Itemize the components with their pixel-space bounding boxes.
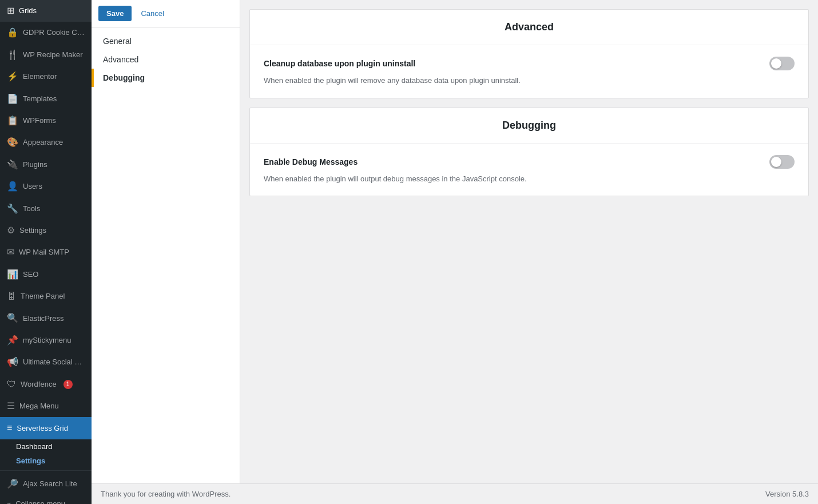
sidebar-item-label: WP Recipe Maker — [23, 50, 83, 60]
settings-icon: ⚙ — [7, 224, 15, 237]
sidebar-item-label: Templates — [23, 94, 57, 104]
templates-icon: 📄 — [7, 93, 18, 105]
sidebar-item-seo[interactable]: 📊 SEO — [0, 264, 92, 285]
cleanup-db-slider — [769, 57, 795, 70]
collapse-menu-button[interactable]: « Collapse menu — [0, 495, 92, 504]
nav-item-advanced[interactable]: Advanced — [92, 50, 240, 69]
sidebar-item-wp-recipe-maker[interactable]: 🍴 WP Recipe Maker — [0, 44, 92, 66]
sidebar-item-wp-mail-smtp[interactable]: ✉ WP Mail SMTP — [0, 241, 92, 263]
sidebar-item-ajax-search[interactable]: 🔎 Ajax Search Lite — [0, 473, 92, 495]
enable-debug-header: Enable Debug Messages — [264, 155, 795, 169]
appearance-icon: 🎨 — [7, 136, 18, 149]
elasticpress-icon: 🔍 — [7, 312, 18, 324]
sidebar-item-label: Settings — [19, 225, 46, 236]
sidebar-item-settings[interactable]: ⚙ Settings — [0, 220, 92, 241]
sidebar-item-label: Ultimate Social Media Icons — [23, 357, 85, 367]
sidebar-item-dashboard[interactable]: Dashboard — [0, 439, 92, 454]
sidebar-item-elasticpress[interactable]: 🔍 ElasticPress — [0, 307, 92, 329]
sidebar-item-serverless-grid[interactable]: ≡ Serverless Grid — [0, 417, 92, 439]
wpforms-icon: 📋 — [7, 114, 18, 127]
sidebar-item-wordfence[interactable]: 🛡 Wordfence 1 — [0, 374, 92, 395]
sidebar: ⊞ Grids 🔒 GDPR Cookie Consent 🍴 WP Recip… — [0, 0, 92, 504]
sidebar-divider — [0, 470, 92, 471]
sub-sidebar: Save Cancel General Advanced Debugging — [92, 0, 240, 483]
main-with-footer: Save Cancel General Advanced Debugging A… — [92, 0, 818, 504]
content-area: Advanced Cleanup database upon plugin un… — [240, 0, 818, 483]
sidebar-item-label: Grids — [19, 6, 37, 16]
sidebar-item-mega-menu[interactable]: ☰ Mega Menu — [0, 395, 92, 417]
sidebar-item-label: ElasticPress — [23, 313, 64, 324]
wordfence-icon: 🛡 — [7, 378, 16, 391]
collapse-icon: « — [7, 499, 11, 504]
footer: Thank you for creating with WordPress. V… — [92, 483, 818, 504]
wordfence-badge: 1 — [63, 380, 73, 389]
sidebar-item-label: Users — [23, 181, 42, 192]
sidebar-item-label: myStickymenu — [23, 335, 72, 346]
grids-icon: ⊞ — [7, 5, 14, 17]
sidebar-item-gdpr[interactable]: 🔒 GDPR Cookie Consent — [0, 22, 92, 43]
sub-sidebar-nav: General Advanced Debugging — [92, 27, 240, 92]
sidebar-item-label: Appearance — [23, 137, 63, 148]
debugging-section-title: Debugging — [250, 108, 808, 144]
cleanup-db-desc: When enabled the plugin will remove any … — [264, 75, 795, 86]
nav-item-debugging[interactable]: Debugging — [92, 69, 240, 87]
sidebar-item-label: Elementor — [23, 72, 57, 82]
sub-sidebar-header: Save Cancel — [92, 0, 240, 27]
mega-menu-icon: ☰ — [7, 400, 15, 412]
gdpr-icon: 🔒 — [7, 26, 18, 39]
cleanup-db-toggle[interactable] — [769, 57, 795, 70]
cleanup-db-title: Cleanup database upon plugin uninstall — [264, 59, 415, 68]
enable-debug-title: Enable Debug Messages — [264, 157, 358, 166]
sidebar-item-appearance[interactable]: 🎨 Appearance — [0, 132, 92, 153]
tools-icon: 🔧 — [7, 203, 18, 215]
collapse-label: Collapse menu — [15, 499, 65, 504]
sidebar-item-ultimate-social[interactable]: 📢 Ultimate Social Media Icons — [0, 351, 92, 373]
sidebar-item-mystickymenu[interactable]: 📌 myStickymenu — [0, 330, 92, 351]
debugging-section: Debugging Enable Debug Messages When ena… — [249, 108, 809, 197]
theme-panel-icon: 🎛 — [7, 290, 16, 303]
sidebar-item-label: WPForms — [23, 116, 56, 126]
sidebar-item-settings-sub[interactable]: Settings — [0, 454, 92, 468]
sidebar-item-users[interactable]: 👤 Users — [0, 176, 92, 197]
sidebar-item-plugins[interactable]: 🔌 Plugins — [0, 154, 92, 176]
enable-debug-slider — [769, 155, 795, 169]
sidebar-item-label: WP Mail SMTP — [19, 247, 69, 257]
seo-icon: 📊 — [7, 268, 18, 281]
cleanup-db-row: Cleanup database upon plugin uninstall W… — [250, 45, 808, 98]
cancel-button[interactable]: Cancel — [136, 6, 168, 21]
users-icon: 👤 — [7, 180, 18, 193]
sidebar-item-templates[interactable]: 📄 Templates — [0, 88, 92, 110]
sidebar-item-label: Plugins — [23, 160, 47, 170]
advanced-section: Advanced Cleanup database upon plugin un… — [249, 9, 809, 98]
sidebar-item-elementor[interactable]: ⚡ Elementor — [0, 66, 92, 88]
ajax-search-icon: 🔎 — [7, 478, 18, 490]
mystickymenu-icon: 📌 — [7, 334, 18, 347]
enable-debug-row: Enable Debug Messages When enabled the p… — [250, 144, 808, 196]
sidebar-item-label: Theme Panel — [21, 291, 65, 301]
footer-thank-you: Thank you for creating with WordPress. — [101, 490, 231, 498]
save-button[interactable]: Save — [98, 6, 132, 21]
main-wrapper: Save Cancel General Advanced Debugging A… — [92, 0, 818, 483]
sidebar-item-label: Wordfence — [21, 379, 57, 390]
serverless-grid-icon: ≡ — [7, 422, 12, 434]
mail-icon: ✉ — [7, 246, 14, 259]
footer-version: Version 5.8.3 — [765, 490, 809, 498]
sidebar-item-label: Tools — [23, 204, 40, 214]
sidebar-item-label: Serverless Grid — [17, 423, 68, 434]
advanced-section-title: Advanced — [250, 10, 808, 45]
sidebar-item-label: Ajax Search Lite — [23, 479, 77, 489]
enable-debug-toggle[interactable] — [769, 155, 795, 169]
sidebar-item-label: SEO — [23, 269, 38, 280]
recipe-icon: 🍴 — [7, 49, 18, 61]
cleanup-db-header: Cleanup database upon plugin uninstall — [264, 57, 795, 70]
enable-debug-desc: When enabled the plugin will output debu… — [264, 173, 795, 185]
nav-item-general[interactable]: General — [92, 32, 240, 50]
elementor-icon: ⚡ — [7, 70, 18, 83]
sidebar-item-grids[interactable]: ⊞ Grids — [0, 0, 92, 22]
sidebar-item-wpforms[interactable]: 📋 WPForms — [0, 110, 92, 132]
sidebar-item-tools[interactable]: 🔧 Tools — [0, 198, 92, 220]
social-icon: 📢 — [7, 356, 18, 368]
plugins-icon: 🔌 — [7, 158, 18, 171]
sidebar-item-label: GDPR Cookie Consent — [23, 27, 85, 38]
sidebar-item-theme-panel[interactable]: 🎛 Theme Panel — [0, 285, 92, 307]
